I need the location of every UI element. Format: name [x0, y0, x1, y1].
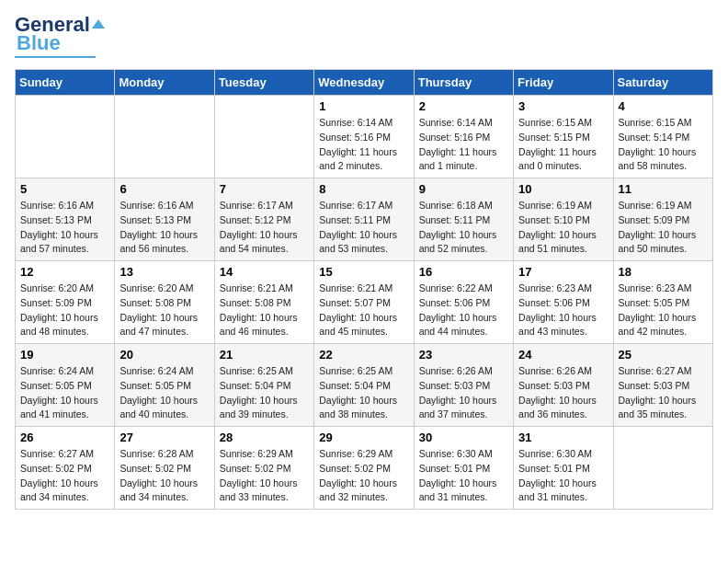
- logo-arrow: [92, 19, 105, 30]
- day-info: Sunrise: 6:14 AMSunset: 5:16 PMDaylight:…: [319, 116, 408, 174]
- day-info: Sunrise: 6:26 AMSunset: 5:03 PMDaylight:…: [419, 364, 508, 422]
- calendar-cell: 18Sunrise: 6:23 AMSunset: 5:05 PMDayligh…: [613, 261, 712, 344]
- day-number: 18: [619, 265, 708, 279]
- day-number: 1: [319, 99, 408, 113]
- day-number: 28: [220, 431, 309, 444]
- day-info: Sunrise: 6:24 AMSunset: 5:05 PMDaylight:…: [20, 364, 109, 422]
- day-number: 2: [419, 99, 508, 113]
- day-info: Sunrise: 6:20 AMSunset: 5:09 PMDaylight:…: [20, 282, 109, 339]
- calendar-cell: 29Sunrise: 6:29 AMSunset: 5:02 PMDayligh…: [314, 427, 414, 510]
- day-info: Sunrise: 6:25 AMSunset: 5:04 PMDaylight:…: [319, 364, 408, 422]
- day-info: Sunrise: 6:29 AMSunset: 5:02 PMDaylight:…: [220, 447, 309, 505]
- calendar-cell: 1Sunrise: 6:14 AMSunset: 5:16 PMDaylight…: [314, 96, 414, 178]
- day-number: 20: [119, 348, 209, 362]
- weekday-header: Monday: [115, 70, 214, 96]
- calendar-cell: 27Sunrise: 6:28 AMSunset: 5:02 PMDayligh…: [115, 427, 214, 510]
- day-number: 16: [419, 265, 508, 279]
- day-number: 22: [319, 348, 408, 362]
- day-number: 29: [319, 431, 408, 444]
- day-number: 9: [419, 182, 508, 196]
- calendar-week-row: 5Sunrise: 6:16 AMSunset: 5:13 PMDaylight…: [16, 178, 713, 261]
- day-info: Sunrise: 6:17 AMSunset: 5:12 PMDaylight:…: [220, 199, 309, 257]
- day-number: 25: [619, 348, 708, 362]
- day-number: 12: [20, 265, 109, 279]
- day-info: Sunrise: 6:28 AMSunset: 5:02 PMDaylight:…: [119, 447, 209, 505]
- calendar-cell: 5Sunrise: 6:16 AMSunset: 5:13 PMDaylight…: [16, 178, 115, 261]
- calendar-cell: 26Sunrise: 6:27 AMSunset: 5:02 PMDayligh…: [16, 427, 115, 510]
- calendar-cell: 28Sunrise: 6:29 AMSunset: 5:02 PMDayligh…: [214, 427, 313, 510]
- day-info: Sunrise: 6:15 AMSunset: 5:14 PMDaylight:…: [619, 116, 708, 174]
- day-number: 14: [220, 265, 309, 279]
- calendar-cell: 7Sunrise: 6:17 AMSunset: 5:12 PMDaylight…: [214, 178, 313, 261]
- day-info: Sunrise: 6:18 AMSunset: 5:11 PMDaylight:…: [419, 199, 508, 257]
- calendar-cell: 30Sunrise: 6:30 AMSunset: 5:01 PMDayligh…: [414, 427, 513, 510]
- calendar-cell: 23Sunrise: 6:26 AMSunset: 5:03 PMDayligh…: [414, 344, 513, 427]
- calendar-cell: 2Sunrise: 6:14 AMSunset: 5:16 PMDaylight…: [414, 96, 513, 178]
- calendar-cell: 14Sunrise: 6:21 AMSunset: 5:08 PMDayligh…: [214, 261, 313, 344]
- calendar-week-row: 12Sunrise: 6:20 AMSunset: 5:09 PMDayligh…: [16, 261, 713, 344]
- day-info: Sunrise: 6:27 AMSunset: 5:02 PMDaylight:…: [20, 447, 109, 505]
- weekday-header: Saturday: [613, 70, 712, 96]
- day-info: Sunrise: 6:25 AMSunset: 5:04 PMDaylight:…: [220, 364, 309, 422]
- calendar-cell: 10Sunrise: 6:19 AMSunset: 5:10 PMDayligh…: [514, 178, 613, 261]
- calendar-cell: 3Sunrise: 6:15 AMSunset: 5:15 PMDaylight…: [514, 96, 613, 178]
- logo: General Blue: [15, 15, 105, 58]
- weekday-header: Friday: [514, 70, 613, 96]
- calendar-table: SundayMondayTuesdayWednesdayThursdayFrid…: [15, 69, 713, 510]
- day-info: Sunrise: 6:16 AMSunset: 5:13 PMDaylight:…: [119, 199, 209, 257]
- calendar-cell: 6Sunrise: 6:16 AMSunset: 5:13 PMDaylight…: [115, 178, 214, 261]
- day-info: Sunrise: 6:30 AMSunset: 5:01 PMDaylight:…: [419, 447, 508, 505]
- calendar-cell: 24Sunrise: 6:26 AMSunset: 5:03 PMDayligh…: [514, 344, 613, 427]
- day-info: Sunrise: 6:16 AMSunset: 5:13 PMDaylight:…: [20, 199, 109, 257]
- calendar-cell: 15Sunrise: 6:21 AMSunset: 5:07 PMDayligh…: [314, 261, 414, 344]
- day-info: Sunrise: 6:23 AMSunset: 5:06 PMDaylight:…: [518, 282, 608, 339]
- day-number: 10: [518, 182, 608, 196]
- logo-blue: Blue: [15, 33, 61, 53]
- day-number: 13: [119, 265, 209, 279]
- day-info: Sunrise: 6:26 AMSunset: 5:03 PMDaylight:…: [518, 364, 608, 422]
- day-info: Sunrise: 6:21 AMSunset: 5:08 PMDaylight:…: [220, 282, 309, 339]
- day-info: Sunrise: 6:27 AMSunset: 5:03 PMDaylight:…: [619, 364, 708, 422]
- day-info: Sunrise: 6:14 AMSunset: 5:16 PMDaylight:…: [419, 116, 508, 174]
- calendar-cell: 17Sunrise: 6:23 AMSunset: 5:06 PMDayligh…: [514, 261, 613, 344]
- calendar-cell: [115, 96, 214, 178]
- calendar-cell: [613, 427, 712, 510]
- day-info: Sunrise: 6:17 AMSunset: 5:11 PMDaylight:…: [319, 199, 408, 257]
- day-info: Sunrise: 6:19 AMSunset: 5:10 PMDaylight:…: [518, 199, 608, 257]
- day-number: 3: [518, 99, 608, 113]
- calendar-cell: 20Sunrise: 6:24 AMSunset: 5:05 PMDayligh…: [115, 344, 214, 427]
- day-number: 30: [419, 431, 508, 444]
- day-number: 6: [119, 182, 209, 196]
- calendar-cell: 11Sunrise: 6:19 AMSunset: 5:09 PMDayligh…: [613, 178, 712, 261]
- day-info: Sunrise: 6:30 AMSunset: 5:01 PMDaylight:…: [518, 447, 608, 505]
- calendar-cell: 25Sunrise: 6:27 AMSunset: 5:03 PMDayligh…: [613, 344, 712, 427]
- weekday-header: Sunday: [16, 70, 115, 96]
- calendar-week-row: 1Sunrise: 6:14 AMSunset: 5:16 PMDaylight…: [16, 96, 713, 178]
- day-number: 23: [419, 348, 508, 362]
- day-info: Sunrise: 6:23 AMSunset: 5:05 PMDaylight:…: [619, 282, 708, 339]
- calendar-cell: 22Sunrise: 6:25 AMSunset: 5:04 PMDayligh…: [314, 344, 414, 427]
- day-info: Sunrise: 6:19 AMSunset: 5:09 PMDaylight:…: [619, 199, 708, 257]
- day-number: 17: [518, 265, 608, 279]
- calendar-cell: 19Sunrise: 6:24 AMSunset: 5:05 PMDayligh…: [16, 344, 115, 427]
- weekday-header: Tuesday: [214, 70, 313, 96]
- calendar-cell: 8Sunrise: 6:17 AMSunset: 5:11 PMDaylight…: [314, 178, 414, 261]
- day-info: Sunrise: 6:15 AMSunset: 5:15 PMDaylight:…: [518, 116, 608, 174]
- day-number: 5: [20, 182, 109, 196]
- day-number: 26: [20, 431, 109, 444]
- calendar-cell: 9Sunrise: 6:18 AMSunset: 5:11 PMDaylight…: [414, 178, 513, 261]
- day-number: 8: [319, 182, 408, 196]
- calendar-cell: [16, 96, 115, 178]
- day-number: 19: [20, 348, 109, 362]
- calendar-week-row: 19Sunrise: 6:24 AMSunset: 5:05 PMDayligh…: [16, 344, 713, 427]
- day-info: Sunrise: 6:20 AMSunset: 5:08 PMDaylight:…: [119, 282, 209, 339]
- weekday-header: Wednesday: [314, 70, 414, 96]
- day-info: Sunrise: 6:29 AMSunset: 5:02 PMDaylight:…: [319, 447, 408, 505]
- calendar-cell: 4Sunrise: 6:15 AMSunset: 5:14 PMDaylight…: [613, 96, 712, 178]
- day-number: 27: [119, 431, 209, 444]
- day-number: 7: [220, 182, 309, 196]
- day-info: Sunrise: 6:21 AMSunset: 5:07 PMDaylight:…: [319, 282, 408, 339]
- logo-underline: [15, 56, 96, 58]
- day-info: Sunrise: 6:22 AMSunset: 5:06 PMDaylight:…: [419, 282, 508, 339]
- calendar-cell: 13Sunrise: 6:20 AMSunset: 5:08 PMDayligh…: [115, 261, 214, 344]
